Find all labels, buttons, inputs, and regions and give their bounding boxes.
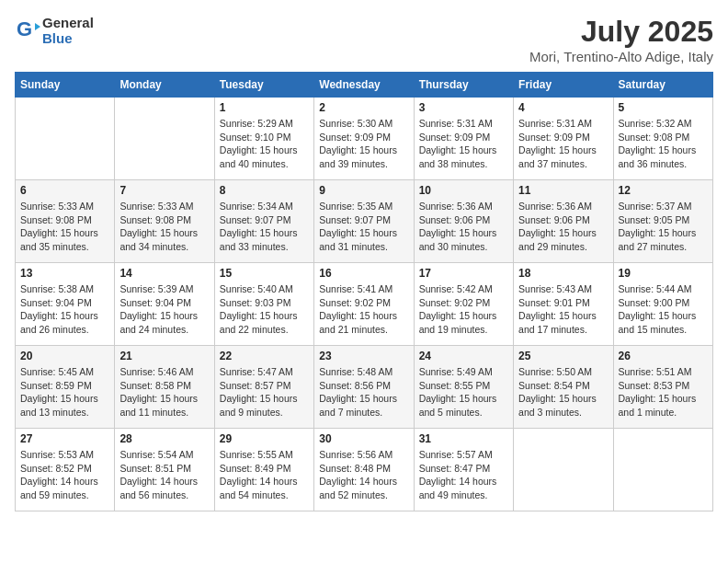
day-number: 11 bbox=[518, 184, 608, 197]
calendar-cell bbox=[115, 98, 214, 180]
calendar-cell: 3Sunrise: 5:31 AM Sunset: 9:09 PM Daylig… bbox=[414, 98, 513, 180]
calendar-cell: 8Sunrise: 5:34 AM Sunset: 9:07 PM Daylig… bbox=[214, 180, 313, 263]
calendar-cell: 22Sunrise: 5:47 AM Sunset: 8:57 PM Dayli… bbox=[214, 346, 313, 429]
day-number: 10 bbox=[419, 184, 508, 197]
calendar-cell: 31Sunrise: 5:57 AM Sunset: 8:47 PM Dayli… bbox=[414, 429, 513, 511]
day-info: Sunrise: 5:47 AM Sunset: 8:57 PM Dayligh… bbox=[220, 365, 309, 419]
day-number: 6 bbox=[20, 184, 109, 197]
weekday-header-cell: Saturday bbox=[613, 73, 712, 98]
day-info: Sunrise: 5:51 AM Sunset: 8:53 PM Dayligh… bbox=[619, 365, 708, 419]
day-info: Sunrise: 5:41 AM Sunset: 9:02 PM Dayligh… bbox=[319, 282, 408, 337]
day-info: Sunrise: 5:43 AM Sunset: 9:01 PM Dayligh… bbox=[518, 282, 608, 337]
day-number: 7 bbox=[119, 184, 209, 197]
day-number: 2 bbox=[319, 101, 408, 114]
day-info: Sunrise: 5:49 AM Sunset: 8:55 PM Dayligh… bbox=[419, 365, 508, 419]
calendar-cell: 4Sunrise: 5:31 AM Sunset: 9:09 PM Daylig… bbox=[514, 98, 613, 180]
day-info: Sunrise: 5:45 AM Sunset: 8:59 PM Dayligh… bbox=[20, 365, 109, 419]
day-number: 23 bbox=[319, 350, 408, 362]
day-number: 29 bbox=[220, 432, 309, 445]
day-number: 13 bbox=[20, 267, 109, 280]
day-info: Sunrise: 5:50 AM Sunset: 8:54 PM Dayligh… bbox=[518, 365, 608, 419]
calendar-cell: 2Sunrise: 5:30 AM Sunset: 9:09 PM Daylig… bbox=[314, 98, 414, 180]
day-info: Sunrise: 5:55 AM Sunset: 8:49 PM Dayligh… bbox=[220, 448, 309, 502]
calendar-cell: 15Sunrise: 5:40 AM Sunset: 9:03 PM Dayli… bbox=[214, 263, 313, 346]
day-number: 3 bbox=[419, 101, 508, 114]
weekday-header-cell: Thursday bbox=[414, 73, 513, 98]
day-number: 22 bbox=[220, 350, 309, 362]
day-info: Sunrise: 5:31 AM Sunset: 9:09 PM Dayligh… bbox=[419, 117, 508, 171]
calendar-cell bbox=[16, 98, 115, 180]
title-block: July 2025 Mori, Trentino-Alto Adige, Ita… bbox=[529, 15, 713, 64]
calendar-cell: 9Sunrise: 5:35 AM Sunset: 9:07 PM Daylig… bbox=[314, 180, 414, 263]
day-info: Sunrise: 5:42 AM Sunset: 9:02 PM Dayligh… bbox=[419, 282, 508, 337]
month-year-title: July 2025 bbox=[529, 15, 713, 49]
day-number: 18 bbox=[518, 267, 608, 280]
day-info: Sunrise: 5:56 AM Sunset: 8:48 PM Dayligh… bbox=[319, 448, 408, 502]
day-number: 12 bbox=[619, 184, 708, 197]
day-number: 21 bbox=[119, 350, 209, 362]
day-number: 16 bbox=[319, 267, 408, 280]
calendar-body: 1Sunrise: 5:29 AM Sunset: 9:10 PM Daylig… bbox=[16, 98, 713, 511]
day-number: 17 bbox=[419, 267, 508, 280]
day-number: 15 bbox=[220, 267, 309, 280]
weekday-header-cell: Friday bbox=[514, 73, 613, 98]
location-subtitle: Mori, Trentino-Alto Adige, Italy bbox=[529, 49, 713, 64]
day-number: 14 bbox=[119, 267, 209, 280]
calendar-cell: 20Sunrise: 5:45 AM Sunset: 8:59 PM Dayli… bbox=[16, 346, 115, 429]
day-info: Sunrise: 5:44 AM Sunset: 9:00 PM Dayligh… bbox=[619, 282, 708, 337]
calendar-cell: 23Sunrise: 5:48 AM Sunset: 8:56 PM Dayli… bbox=[314, 346, 414, 429]
svg-text:G: G bbox=[17, 17, 32, 40]
calendar-week-row: 20Sunrise: 5:45 AM Sunset: 8:59 PM Dayli… bbox=[16, 346, 713, 429]
calendar-table: SundayMondayTuesdayWednesdayThursdayFrid… bbox=[15, 72, 713, 511]
weekday-header-cell: Tuesday bbox=[214, 73, 313, 98]
day-info: Sunrise: 5:30 AM Sunset: 9:09 PM Dayligh… bbox=[319, 117, 408, 171]
calendar-cell: 1Sunrise: 5:29 AM Sunset: 9:10 PM Daylig… bbox=[214, 98, 313, 180]
day-info: Sunrise: 5:35 AM Sunset: 9:07 PM Dayligh… bbox=[319, 200, 408, 254]
calendar-week-row: 1Sunrise: 5:29 AM Sunset: 9:10 PM Daylig… bbox=[16, 98, 713, 180]
calendar-cell: 5Sunrise: 5:32 AM Sunset: 9:08 PM Daylig… bbox=[613, 98, 712, 180]
day-info: Sunrise: 5:54 AM Sunset: 8:51 PM Dayligh… bbox=[119, 448, 209, 502]
day-info: Sunrise: 5:48 AM Sunset: 8:56 PM Dayligh… bbox=[319, 365, 408, 419]
calendar-cell: 24Sunrise: 5:49 AM Sunset: 8:55 PM Dayli… bbox=[414, 346, 513, 429]
day-number: 28 bbox=[119, 432, 209, 445]
calendar-cell: 16Sunrise: 5:41 AM Sunset: 9:02 PM Dayli… bbox=[314, 263, 414, 346]
day-number: 24 bbox=[419, 350, 508, 362]
calendar-cell: 7Sunrise: 5:33 AM Sunset: 9:08 PM Daylig… bbox=[115, 180, 214, 263]
day-info: Sunrise: 5:57 AM Sunset: 8:47 PM Dayligh… bbox=[419, 448, 508, 502]
day-number: 30 bbox=[319, 432, 408, 445]
calendar-cell: 12Sunrise: 5:37 AM Sunset: 9:05 PM Dayli… bbox=[613, 180, 712, 263]
day-info: Sunrise: 5:53 AM Sunset: 8:52 PM Dayligh… bbox=[20, 448, 109, 502]
day-number: 31 bbox=[419, 432, 508, 445]
calendar-cell bbox=[514, 429, 613, 511]
calendar-cell: 28Sunrise: 5:54 AM Sunset: 8:51 PM Dayli… bbox=[115, 429, 214, 511]
calendar-cell: 30Sunrise: 5:56 AM Sunset: 8:48 PM Dayli… bbox=[314, 429, 414, 511]
day-info: Sunrise: 5:34 AM Sunset: 9:07 PM Dayligh… bbox=[220, 200, 309, 254]
calendar-cell: 18Sunrise: 5:43 AM Sunset: 9:01 PM Dayli… bbox=[514, 263, 613, 346]
day-info: Sunrise: 5:37 AM Sunset: 9:05 PM Dayligh… bbox=[619, 200, 708, 254]
day-info: Sunrise: 5:36 AM Sunset: 9:06 PM Dayligh… bbox=[518, 200, 608, 254]
weekday-header-cell: Sunday bbox=[16, 73, 115, 98]
day-info: Sunrise: 5:31 AM Sunset: 9:09 PM Dayligh… bbox=[518, 117, 608, 171]
day-info: Sunrise: 5:33 AM Sunset: 9:08 PM Dayligh… bbox=[20, 200, 109, 254]
weekday-header-cell: Wednesday bbox=[314, 73, 414, 98]
page-header: G General Blue July 2025 Mori, Trentino-… bbox=[15, 15, 713, 64]
logo-text-line1: General bbox=[42, 15, 94, 30]
calendar-cell: 21Sunrise: 5:46 AM Sunset: 8:58 PM Dayli… bbox=[115, 346, 214, 429]
day-number: 20 bbox=[20, 350, 109, 362]
calendar-cell: 27Sunrise: 5:53 AM Sunset: 8:52 PM Dayli… bbox=[16, 429, 115, 511]
day-info: Sunrise: 5:32 AM Sunset: 9:08 PM Dayligh… bbox=[619, 117, 708, 171]
calendar-cell: 19Sunrise: 5:44 AM Sunset: 9:00 PM Dayli… bbox=[613, 263, 712, 346]
day-info: Sunrise: 5:46 AM Sunset: 8:58 PM Dayligh… bbox=[119, 365, 209, 419]
calendar-week-row: 27Sunrise: 5:53 AM Sunset: 8:52 PM Dayli… bbox=[16, 429, 713, 511]
calendar-cell: 10Sunrise: 5:36 AM Sunset: 9:06 PM Dayli… bbox=[414, 180, 513, 263]
calendar-cell: 25Sunrise: 5:50 AM Sunset: 8:54 PM Dayli… bbox=[514, 346, 613, 429]
logo-icon: G bbox=[15, 17, 40, 43]
day-info: Sunrise: 5:29 AM Sunset: 9:10 PM Dayligh… bbox=[220, 117, 309, 171]
calendar-week-row: 13Sunrise: 5:38 AM Sunset: 9:04 PM Dayli… bbox=[16, 263, 713, 346]
day-number: 5 bbox=[619, 101, 708, 114]
logo: G General Blue bbox=[15, 15, 94, 46]
calendar-cell: 6Sunrise: 5:33 AM Sunset: 9:08 PM Daylig… bbox=[16, 180, 115, 263]
day-number: 9 bbox=[319, 184, 408, 197]
day-number: 27 bbox=[20, 432, 109, 445]
calendar-cell: 11Sunrise: 5:36 AM Sunset: 9:06 PM Dayli… bbox=[514, 180, 613, 263]
